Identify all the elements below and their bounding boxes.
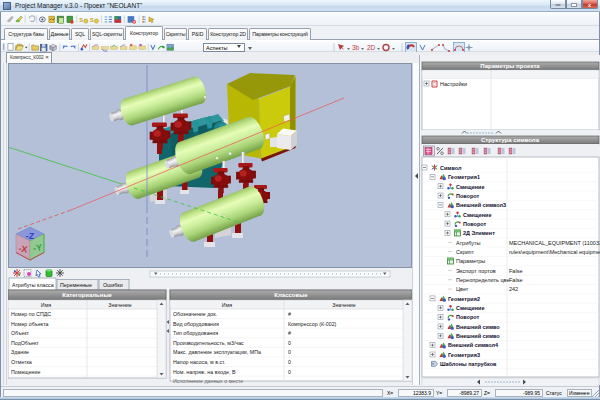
svg-text:Шаблоны патрубков: Шаблоны патрубков — [440, 361, 497, 367]
svg-text:Экспорт портов: Экспорт портов — [456, 268, 496, 274]
svg-text:2D: 2D — [367, 44, 376, 51]
svg-text:Атрибуты: Атрибуты — [456, 240, 480, 246]
svg-text:Напор насоса, м в.ст.: Напор насоса, м в.ст. — [173, 359, 225, 365]
svg-text:Значение: Значение — [332, 302, 356, 308]
svg-text:0: 0 — [288, 359, 291, 365]
svg-text:#: # — [288, 311, 291, 317]
svg-text:Имя: Имя — [41, 302, 51, 308]
svg-text:Смещение: Смещение — [463, 212, 492, 218]
svg-text:-Z: -Z — [26, 231, 35, 241]
svg-text:0: 0 — [288, 349, 291, 355]
svg-text:Смещение: Смещение — [456, 184, 485, 190]
svg-text:Геометрия1: Геометрия1 — [448, 174, 480, 180]
svg-text:False: False — [509, 268, 522, 274]
svg-text:Компрессор (К-002): Компрессор (К-002) — [288, 321, 337, 327]
svg-text:3b: 3b — [352, 44, 360, 51]
svg-text:Макс. давление эксплуатации, М: Макс. давление эксплуатации, МПа — [173, 349, 261, 355]
svg-text:2Д Элемент: 2Д Элемент — [463, 230, 495, 236]
svg-text:S: S — [90, 17, 94, 23]
svg-text:ПодОбъект: ПодОбъект — [11, 340, 39, 346]
svg-text:-X: -X — [18, 243, 28, 254]
svg-text:Категориальные: Категориальные — [62, 292, 112, 298]
svg-text:Ошибки: Ошибки — [103, 282, 123, 288]
svg-text:Скрипт: Скрипт — [456, 249, 474, 255]
svg-text:Тип оборудования: Тип оборудования — [173, 330, 218, 336]
svg-text:Номер объекта: Номер объекта — [11, 321, 49, 327]
svg-text:Настройки: Настройки — [440, 81, 467, 87]
svg-text:Поворот: Поворот — [456, 314, 480, 320]
svg-text:False: False — [509, 277, 522, 283]
svg-text:Вид оборудования: Вид оборудования — [173, 321, 219, 327]
svg-text:Внешний символ4: Внешний символ4 — [448, 342, 499, 348]
svg-text:242: 242 — [509, 286, 518, 292]
svg-text:0: 0 — [288, 340, 291, 346]
svg-text:Имя: Имя — [222, 302, 232, 308]
svg-text:Исполнение данных о месте: Исполнение данных о месте — [173, 378, 243, 384]
svg-text:Ном. напряж. на входе, В: Ном. напряж. на входе, В — [173, 369, 236, 375]
svg-text:Внешний симво: Внешний симво — [456, 324, 500, 330]
svg-text:Помещение: Помещение — [11, 369, 40, 375]
svg-text:Переменные: Переменные — [60, 282, 92, 288]
svg-text:Поворот: Поворот — [456, 193, 480, 199]
svg-text:Номер по СПДС: Номер по СПДС — [11, 311, 51, 317]
svg-text:rules\equipment\Mechanical equ: rules\equipment\Mechanical equipmen — [509, 249, 600, 255]
svg-text:Объект: Объект — [11, 330, 30, 336]
svg-text:Параметры: Параметры — [456, 258, 485, 264]
svg-text:Геометрия2: Геометрия2 — [448, 296, 480, 302]
svg-text:Значение: Значение — [108, 302, 132, 308]
svg-text:Внешний символ3: Внешний символ3 — [456, 202, 506, 208]
svg-text:Производительность, м3/час: Производительность, м3/час — [173, 340, 244, 346]
svg-text:Классовые: Классовые — [274, 292, 308, 298]
svg-text:Внешний симво: Внешний симво — [456, 333, 500, 339]
svg-text:Геометрия3: Геометрия3 — [448, 352, 480, 358]
svg-text:Поворот: Поворот — [463, 221, 487, 227]
svg-text:Здание: Здание — [11, 349, 29, 355]
svg-text:MECHANICAL_EQUIPMENT (1100335: MECHANICAL_EQUIPMENT (1100335 — [509, 240, 600, 246]
svg-text:#: # — [288, 330, 291, 336]
svg-text:Символ: Символ — [440, 165, 462, 171]
svg-text:Атрибуты класса: Атрибуты класса — [12, 282, 54, 288]
svg-text:Параметры проекта: Параметры проекта — [480, 63, 540, 69]
svg-text:0: 0 — [288, 369, 291, 375]
svg-text:Цвет: Цвет — [456, 286, 469, 292]
svg-text:Обозначение док.: Обозначение док. — [173, 311, 217, 317]
svg-text:Структура символа: Структура символа — [481, 137, 540, 143]
svg-text:Отметка: Отметка — [11, 359, 32, 365]
svg-text:Смещение: Смещение — [456, 305, 485, 311]
svg-text:Переопределить цве: Переопределить цве — [456, 277, 510, 283]
svg-text:S: S — [79, 17, 83, 23]
svg-text:-Y: -Y — [32, 242, 42, 253]
